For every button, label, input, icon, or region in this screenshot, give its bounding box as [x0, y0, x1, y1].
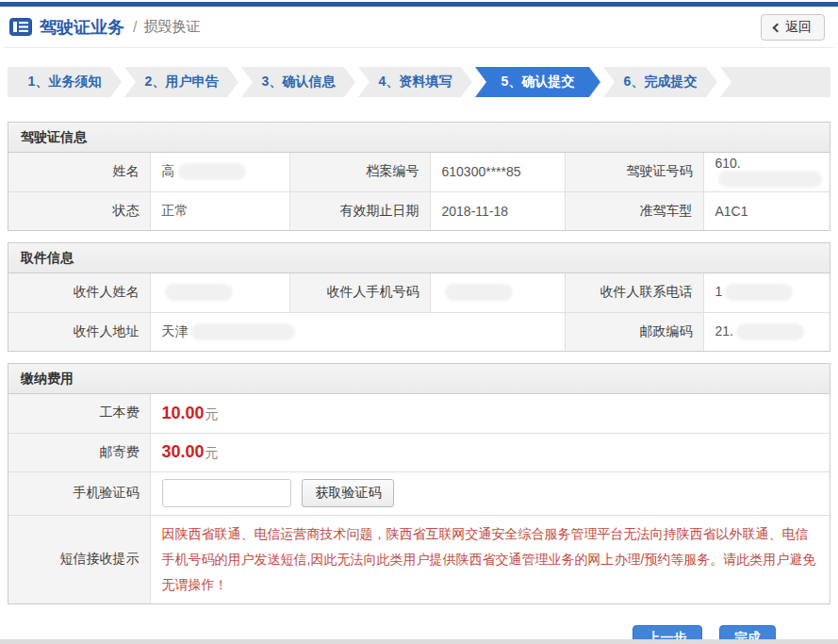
section-title: 驾驶证信息	[8, 123, 830, 153]
table-row: 收件人地址 天津 邮政编码 21.	[8, 312, 830, 351]
field-value-license-number: 610.	[703, 153, 830, 191]
section-pickup-info: 取件信息 收件人姓名 收件人手机号码 收件人联系电话 1 收件人地址 天津 邮政…	[8, 242, 830, 352]
table-row: 邮寄费 30.00元	[8, 433, 830, 471]
redaction-blur	[178, 163, 246, 180]
step-3-confirm-info[interactable]: 3、确认信息	[241, 67, 355, 97]
breadcrumb-separator: /	[133, 19, 137, 36]
field-value-postal-code: 21.	[703, 312, 830, 351]
table-row: 短信接收提示 因陕西省联通、电信运营商技术问题，陕西省互联网交通安全综合服务管理…	[8, 515, 830, 603]
field-value-mailing-fee: 30.00元	[150, 433, 830, 471]
field-label: 收件人手机号码	[289, 273, 430, 312]
fees-table: 工本费 10.00元 邮寄费 30.00元 手机验证码 获取验证码 短信接收提示…	[8, 394, 830, 603]
field-value-recipient-address: 天津	[150, 312, 565, 351]
table-row: 手机验证码 获取验证码	[8, 471, 830, 515]
redaction-blur	[725, 284, 793, 301]
field-value-name: 高	[150, 153, 289, 191]
section-license-info: 驾驶证信息 姓名 高 档案编号 610300****85 驾驶证号码 610. …	[8, 122, 830, 231]
breadcrumb-current: 损毁换证	[143, 18, 200, 36]
redaction-blur	[165, 284, 233, 301]
step-2-declaration[interactable]: 2、用户申告	[124, 67, 238, 97]
field-label: 状态	[8, 191, 150, 230]
fee-unit: 元	[205, 406, 219, 421]
field-value-recipient-name	[150, 273, 289, 312]
step-1-notice[interactable]: 1、业务须知	[8, 67, 122, 97]
page-title: 驾驶证业务	[40, 16, 124, 39]
field-label: 收件人姓名	[8, 273, 150, 312]
redaction-blur	[445, 284, 513, 301]
section-fees: 缴纳费用 工本费 10.00元 邮寄费 30.00元 手机验证码 获取验证码 短…	[8, 363, 830, 604]
field-label: 邮寄费	[8, 433, 150, 471]
step-wizard: 1、业务须知 2、用户申告 3、确认信息 4、资料填写 5、确认提交 6、完成提…	[8, 67, 830, 97]
sms-code-input[interactable]	[162, 479, 291, 507]
menu-card-icon	[9, 18, 32, 36]
pickup-info-table: 收件人姓名 收件人手机号码 收件人联系电话 1 收件人地址 天津 邮政编码 21…	[8, 273, 830, 351]
redaction-blur	[736, 323, 804, 340]
field-value-file-number: 610300****85	[430, 153, 565, 191]
sms-notice-text: 因陕西省联通、电信运营商技术问题，陕西省互联网交通安全综合服务管理平台无法向持陕…	[150, 515, 830, 603]
field-label: 档案编号	[289, 153, 430, 191]
section-title: 缴纳费用	[8, 364, 830, 394]
section-title: 取件信息	[8, 243, 830, 273]
fee-unit: 元	[205, 445, 219, 460]
step-4-fill-data[interactable]: 4、资料填写	[358, 67, 472, 97]
redaction-blur	[718, 171, 822, 188]
field-label: 邮政编码	[565, 312, 703, 351]
captcha-row: 获取验证码	[150, 471, 830, 515]
field-value-status: 正常	[150, 191, 289, 230]
field-label: 有效期止日期	[289, 191, 430, 230]
table-row: 姓名 高 档案编号 610300****85 驾驶证号码 610.	[8, 153, 830, 191]
field-label: 收件人联系电话	[565, 273, 703, 312]
field-label: 收件人地址	[8, 312, 150, 351]
field-value-production-fee: 10.00元	[150, 394, 830, 433]
step-6-done[interactable]: 6、完成提交	[603, 67, 717, 97]
field-label: 工本费	[8, 394, 150, 433]
page-header: 驾驶证业务 / 损毁换证 返回	[4, 7, 834, 48]
back-button-label: 返回	[785, 19, 812, 36]
field-value-expiry-date: 2018-11-18	[430, 191, 565, 230]
field-label: 姓名	[8, 153, 150, 191]
step-bar-filler	[720, 67, 830, 97]
table-row: 收件人姓名 收件人手机号码 收件人联系电话 1	[8, 273, 830, 312]
field-label: 驾驶证号码	[565, 153, 703, 191]
field-value-vehicle-class: A1C1	[703, 191, 830, 230]
back-button[interactable]: 返回	[761, 14, 825, 41]
back-chevron-icon	[773, 23, 782, 32]
fee-amount: 10.00	[162, 404, 205, 422]
table-row: 工本费 10.00元	[8, 394, 830, 433]
get-sms-code-button[interactable]: 获取验证码	[302, 479, 394, 507]
field-value-recipient-mobile	[430, 273, 565, 312]
field-label: 短信接收提示	[8, 515, 150, 603]
table-row: 状态 正常 有效期止日期 2018-11-18 准驾车型 A1C1	[8, 191, 830, 230]
bottom-divider-bar	[0, 639, 838, 644]
field-value-recipient-phone: 1	[703, 273, 830, 312]
step-5-confirm-submit[interactable]: 5、确认提交	[475, 67, 600, 97]
field-label: 手机验证码	[8, 471, 150, 515]
license-info-table: 姓名 高 档案编号 610300****85 驾驶证号码 610. 状态 正常 …	[8, 153, 830, 230]
fee-amount: 30.00	[162, 442, 205, 461]
redaction-blur	[191, 323, 295, 340]
field-label: 准驾车型	[565, 191, 703, 230]
